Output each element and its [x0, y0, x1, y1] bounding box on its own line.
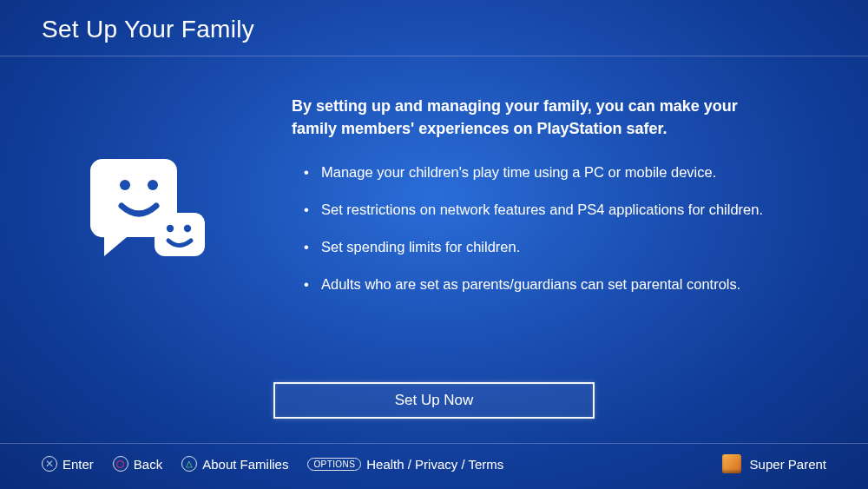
content-area: By setting up and managing your family, … — [0, 56, 868, 382]
cross-button-icon: ✕ — [42, 456, 57, 472]
footer-right: Super Parent — [722, 454, 826, 473]
family-icon — [76, 138, 215, 281]
feature-item: Set restrictions on network features and… — [304, 200, 790, 220]
page-title: Set Up Your Family — [42, 16, 826, 43]
svg-point-4 — [184, 225, 191, 232]
hint-enter[interactable]: ✕ Enter — [42, 456, 94, 472]
svg-rect-0 — [155, 213, 205, 256]
hint-back[interactable]: Back — [113, 456, 162, 472]
footer: ✕ Enter Back △ About Families OPTIONS He… — [0, 443, 868, 489]
cta-row: Set Up Now — [0, 382, 868, 443]
hint-about-families[interactable]: △ About Families — [181, 456, 288, 472]
header: Set Up Your Family — [0, 0, 868, 56]
svg-point-2 — [148, 180, 158, 190]
icon-column — [42, 95, 250, 382]
text-column: By setting up and managing your family, … — [292, 95, 826, 382]
hint-legal-label: Health / Privacy / Terms — [366, 457, 503, 472]
hint-enter-label: Enter — [62, 457, 94, 472]
set-up-now-button[interactable]: Set Up Now — [273, 382, 595, 419]
feature-item: Manage your children's play time using a… — [304, 162, 790, 182]
intro-text: By setting up and managing your family, … — [292, 95, 778, 140]
feature-item: Adults who are set as parents/guardians … — [304, 274, 790, 294]
svg-point-1 — [120, 180, 130, 190]
cta-label: Set Up Now — [395, 392, 474, 409]
triangle-button-icon: △ — [181, 456, 197, 472]
user-label: Super Parent — [750, 457, 826, 472]
feature-item: Set spending limits for children. — [304, 237, 790, 257]
hint-options-legal[interactable]: OPTIONS Health / Privacy / Terms — [307, 457, 503, 472]
options-button-icon: OPTIONS — [307, 458, 361, 471]
footer-left: ✕ Enter Back △ About Families OPTIONS He… — [42, 456, 722, 472]
circle-button-icon — [113, 456, 128, 472]
hint-back-label: Back — [134, 457, 162, 472]
hint-about-label: About Families — [202, 457, 288, 472]
avatar — [722, 454, 741, 473]
feature-list: Manage your children's play time using a… — [292, 162, 800, 294]
svg-point-3 — [167, 225, 174, 232]
